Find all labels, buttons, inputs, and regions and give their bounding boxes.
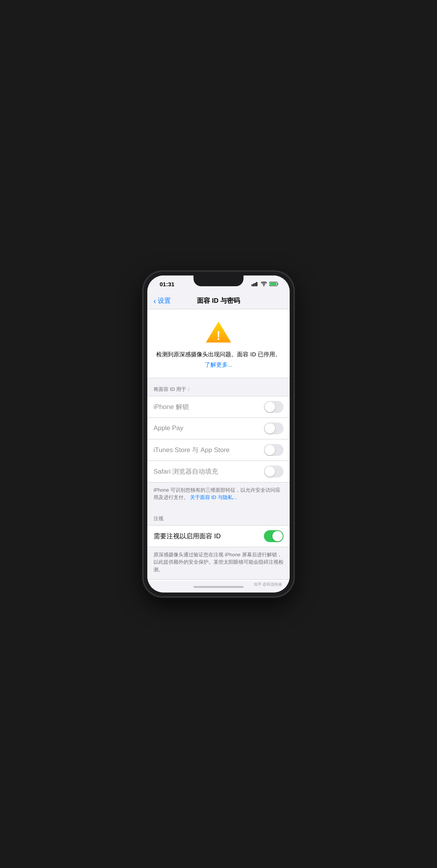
watermark: 知乎 @风迅快修 xyxy=(254,582,282,587)
itunes-app-store-toggle[interactable] xyxy=(264,444,284,456)
apple-pay-toggle-thumb xyxy=(265,423,275,434)
warning-triangle-icon: ! xyxy=(205,320,232,344)
safari-autofill-label: Safari 浏览器自动填充 xyxy=(153,467,218,476)
apple-pay-toggle[interactable] xyxy=(264,422,284,434)
require-attention-label: 需要注视以启用面容 ID xyxy=(153,532,221,541)
attention-footer-1: 原深感摄像头通过验证您在注视 iPhone 屏幕后进行解锁，以此提供额外的安全保… xyxy=(147,547,290,580)
back-chevron-icon: ‹ xyxy=(153,297,156,305)
face-id-info-footer: iPhone 可识别您独有的三维面部特征，以允许安全访问应用及进行支付。 关于面… xyxy=(147,482,290,507)
warning-learn-more-link[interactable]: 了解更多... xyxy=(205,361,233,369)
notch xyxy=(193,275,244,286)
status-icons xyxy=(252,282,279,286)
wifi-icon xyxy=(261,282,267,286)
safari-autofill-toggle[interactable] xyxy=(264,466,284,477)
require-attention-row[interactable]: 需要注视以启用面容 ID xyxy=(147,526,290,547)
itunes-app-store-toggle-thumb xyxy=(265,445,275,455)
attention-section-header: 注视 xyxy=(147,507,290,525)
status-bar: 01:31 xyxy=(147,275,290,292)
safari-autofill-row[interactable]: Safari 浏览器自动填充 xyxy=(147,461,290,482)
battery-icon xyxy=(269,282,279,286)
iphone-unlock-toggle[interactable] xyxy=(264,401,284,413)
require-attention-toggle[interactable] xyxy=(264,530,284,542)
svg-text:!: ! xyxy=(217,329,220,342)
iphone-unlock-toggle-thumb xyxy=(265,402,275,412)
back-button[interactable]: ‹ 设置 xyxy=(153,296,171,305)
svg-rect-0 xyxy=(252,284,253,286)
face-id-settings-group: iPhone 解锁 Apple Pay iTunes Store 与 App S… xyxy=(147,396,290,482)
face-id-privacy-link[interactable]: 关于面容 ID 与隐私... xyxy=(190,494,237,500)
phone-frame: 01:31 xyxy=(143,272,294,596)
itunes-app-store-row[interactable]: iTunes Store 与 App Store xyxy=(147,439,290,461)
require-attention-toggle-thumb xyxy=(272,531,283,541)
phone-screen: 01:31 xyxy=(147,275,290,593)
svg-rect-1 xyxy=(253,284,254,286)
svg-rect-5 xyxy=(278,283,279,285)
warning-text: 检测到原深感摄像头出现问题。面容 ID 已停用。 xyxy=(156,350,280,359)
svg-rect-6 xyxy=(270,283,277,285)
page-title: 面容 ID 与密码 xyxy=(197,296,240,305)
safari-autofill-toggle-thumb xyxy=(265,466,275,477)
content-area: ! 检测到原深感摄像头出现问题。面容 ID 已停用。 了解更多... 将面容 I… xyxy=(147,309,290,581)
nav-bar: ‹ 设置 面容 ID 与密码 xyxy=(147,292,290,309)
svg-rect-2 xyxy=(255,283,256,286)
attention-require-group: 需要注视以启用面容 ID xyxy=(147,525,290,547)
face-id-section-header: 将面容 ID 用于： xyxy=(147,378,290,396)
attention-footer-1-text: 原深感摄像头通过验证您在注视 iPhone 屏幕后进行解锁，以此提供额外的安全保… xyxy=(153,552,284,573)
warning-section: ! 检测到原深感摄像头出现问题。面容 ID 已停用。 了解更多... xyxy=(147,309,290,378)
iphone-unlock-label: iPhone 解锁 xyxy=(153,402,189,411)
apple-pay-label: Apple Pay xyxy=(153,424,183,432)
iphone-unlock-row[interactable]: iPhone 解锁 xyxy=(147,396,290,418)
apple-pay-row[interactable]: Apple Pay xyxy=(147,418,290,439)
status-time: 01:31 xyxy=(160,281,174,287)
itunes-app-store-label: iTunes Store 与 App Store xyxy=(153,446,230,454)
back-label: 设置 xyxy=(158,296,171,305)
home-bar xyxy=(193,586,244,588)
svg-rect-3 xyxy=(256,282,257,286)
signal-icon xyxy=(252,282,259,286)
